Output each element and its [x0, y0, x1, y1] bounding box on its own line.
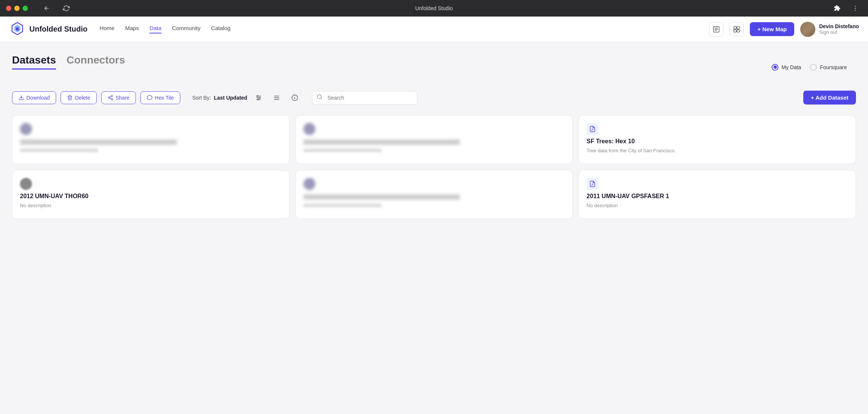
card-4-icon	[20, 178, 32, 190]
reload-button[interactable]	[59, 2, 73, 15]
nav-arrows	[40, 2, 73, 15]
card-4-subtitle: No description	[20, 203, 282, 208]
tab-datasets[interactable]: Datasets	[12, 54, 56, 70]
close-button[interactable]	[6, 6, 11, 11]
logo[interactable]: Unfolded Studio	[9, 21, 87, 38]
dataset-grid: SF Trees: Hex 10 Tree data from the City…	[12, 115, 856, 219]
nav-catalog[interactable]: Catalog	[211, 25, 231, 33]
tab-connectors[interactable]: Connectors	[67, 54, 125, 70]
list-view-button[interactable]	[270, 91, 283, 105]
logo-text: Unfolded Studio	[29, 25, 87, 33]
svg-point-16	[111, 99, 113, 100]
sort-by-label: Sort By: Last Updated	[192, 95, 247, 101]
nav-right: + New Map Devin Distefano Sign out	[709, 22, 859, 37]
radio-my-data[interactable]: My Data	[772, 64, 801, 71]
back-button[interactable]	[40, 2, 53, 15]
card-2-subtitle	[303, 149, 382, 152]
svg-point-25	[257, 99, 259, 100]
search-input[interactable]	[312, 91, 417, 105]
download-button[interactable]: Download	[12, 91, 56, 104]
delete-icon	[67, 95, 73, 100]
card-1-title	[20, 140, 177, 145]
dataset-card-1[interactable]	[12, 115, 289, 164]
delete-button[interactable]: Delete	[61, 91, 96, 104]
card-5-title	[303, 194, 460, 200]
info-button[interactable]	[288, 91, 302, 105]
avatar-image	[800, 22, 815, 37]
svg-point-1	[855, 8, 856, 9]
nav-data[interactable]: Data	[149, 25, 161, 33]
hex-tile-icon	[147, 95, 152, 100]
svg-line-18	[110, 96, 111, 97]
data-source-radio: My Data Foursquare	[772, 64, 847, 71]
dataset-card-3[interactable]: SF Trees: Hex 10 Tree data from the City…	[579, 115, 856, 164]
card-6-subtitle: No description	[586, 203, 848, 208]
titlebar-right	[830, 2, 862, 15]
user-name-block: Devin Distefano Sign out	[819, 23, 859, 35]
top-navigation: Unfolded Studio Home Maps Data Community…	[0, 17, 868, 42]
extensions-button[interactable]	[830, 2, 844, 15]
section-tabs: Datasets Connectors	[12, 54, 136, 70]
radio-dot-my-data	[774, 65, 777, 69]
card-3-subtitle: Tree data from the City of San Francisco…	[586, 148, 848, 153]
svg-rect-13	[737, 29, 740, 32]
user-name: Devin Distefano	[819, 23, 859, 29]
nav-links: Home Maps Data Community Catalog	[99, 25, 709, 33]
svg-rect-11	[737, 26, 740, 29]
svg-point-24	[259, 97, 260, 98]
dataset-card-2[interactable]	[295, 115, 573, 164]
radio-circle-my-data	[772, 64, 778, 71]
card-6-title: 2011 UMN-UAV GPSFASER 1	[586, 193, 848, 200]
svg-point-32	[317, 95, 321, 99]
dataset-card-4[interactable]: 2012 UMN-UAV THOR60 No description	[12, 170, 289, 219]
document-icon	[589, 126, 596, 132]
svg-rect-12	[734, 29, 737, 32]
avatar	[800, 22, 815, 37]
traffic-lights	[6, 6, 28, 11]
nav-home[interactable]: Home	[99, 25, 114, 33]
maximize-button[interactable]	[23, 6, 28, 11]
card-3-title: SF Trees: Hex 10	[586, 138, 848, 145]
notes-button[interactable]	[709, 22, 723, 36]
card-2-icon	[303, 123, 315, 135]
svg-point-23	[257, 96, 258, 97]
nav-community[interactable]: Community	[172, 25, 201, 33]
card-5-subtitle	[303, 203, 382, 207]
slack-button[interactable]	[729, 22, 744, 36]
add-dataset-button[interactable]: + Add Dataset	[803, 91, 856, 105]
new-map-button[interactable]: + New Map	[750, 22, 794, 36]
menu-button[interactable]	[848, 2, 862, 15]
radio-label-foursquare: Foursquare	[820, 64, 847, 70]
main-content: Datasets Connectors My Data Foursquare D…	[0, 42, 868, 414]
toolbar: Download Delete Share Hex Tile Sort By: …	[12, 91, 856, 105]
document-icon-2	[589, 180, 596, 187]
filter-adjust-button[interactable]	[252, 91, 265, 105]
radio-circle-foursquare	[810, 64, 817, 71]
svg-marker-19	[147, 95, 152, 100]
user-info: Devin Distefano Sign out	[800, 22, 859, 37]
svg-point-15	[108, 97, 110, 99]
share-button[interactable]: Share	[101, 91, 136, 104]
radio-label-my-data: My Data	[781, 64, 801, 70]
svg-line-17	[110, 98, 111, 99]
hex-tile-button[interactable]: Hex Tile	[140, 91, 180, 104]
card-1-subtitle	[20, 149, 98, 152]
logo-icon	[9, 21, 26, 38]
svg-point-2	[855, 10, 856, 11]
svg-rect-10	[734, 26, 737, 29]
titlebar: Unfolded Studio	[0, 0, 868, 17]
radio-foursquare[interactable]: Foursquare	[810, 64, 847, 71]
svg-line-33	[321, 98, 322, 99]
search-wrapper	[312, 91, 417, 105]
dataset-card-6[interactable]: 2011 UMN-UAV GPSFASER 1 No description	[579, 170, 856, 219]
search-icon	[317, 94, 323, 102]
window-title: Unfolded Studio	[415, 5, 453, 11]
card-1-icon	[20, 123, 32, 135]
card-2-title	[303, 140, 460, 145]
sign-out-link[interactable]: Sign out	[819, 29, 859, 35]
download-icon	[18, 95, 24, 100]
minimize-button[interactable]	[14, 6, 20, 11]
svg-point-0	[855, 6, 856, 7]
nav-maps[interactable]: Maps	[125, 25, 139, 33]
dataset-card-5[interactable]	[295, 170, 573, 219]
